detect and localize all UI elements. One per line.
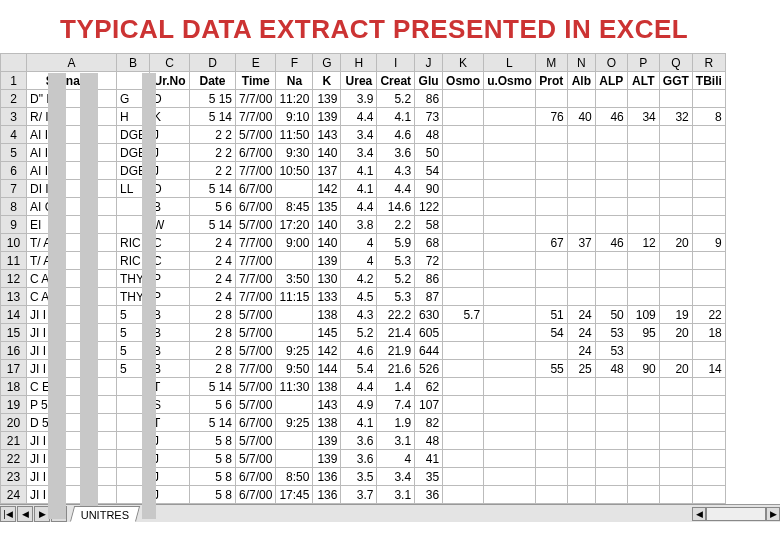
cell[interactable]: 8:45	[276, 198, 313, 216]
cell[interactable]	[595, 288, 627, 306]
cell[interactable]	[627, 90, 659, 108]
cell[interactable]	[567, 468, 595, 486]
cell[interactable]	[535, 90, 567, 108]
cell[interactable]	[595, 450, 627, 468]
cell[interactable]: 67	[535, 234, 567, 252]
cell[interactable]: 76	[535, 108, 567, 126]
cell[interactable]: 4.6	[341, 342, 377, 360]
cell[interactable]: 145	[313, 324, 341, 342]
row-header[interactable]: 2	[1, 90, 27, 108]
cell[interactable]: P 5	[27, 396, 117, 414]
cell[interactable]	[692, 126, 725, 144]
cell[interactable]: 9:30	[276, 144, 313, 162]
cell[interactable]: JI I	[27, 306, 117, 324]
cell[interactable]: GGT	[659, 72, 692, 90]
cell[interactable]: 18	[692, 324, 725, 342]
cell[interactable]: Glu	[415, 72, 443, 90]
cell[interactable]	[484, 270, 536, 288]
cell[interactable]: 1.9	[377, 414, 415, 432]
cell[interactable]: JI I	[27, 324, 117, 342]
cell[interactable]	[443, 198, 484, 216]
column-header[interactable]: C	[150, 54, 190, 72]
cell[interactable]: Creat	[377, 72, 415, 90]
cell[interactable]	[595, 270, 627, 288]
cell[interactable]: C E	[27, 378, 117, 396]
cell[interactable]: 136	[313, 486, 341, 504]
cell[interactable]	[659, 486, 692, 504]
cell[interactable]	[567, 90, 595, 108]
cell[interactable]	[659, 252, 692, 270]
cell[interactable]: 5/7/00	[236, 126, 276, 144]
row-header[interactable]: 15	[1, 324, 27, 342]
cell[interactable]: Osmo	[443, 72, 484, 90]
cell[interactable]	[659, 450, 692, 468]
cell[interactable]: 130	[313, 270, 341, 288]
row-header[interactable]: 6	[1, 162, 27, 180]
cell[interactable]: 46	[595, 234, 627, 252]
cell[interactable]: 133	[313, 288, 341, 306]
cell[interactable]: 3.4	[341, 126, 377, 144]
cell[interactable]: DI I	[27, 180, 117, 198]
cell[interactable]: 17:20	[276, 216, 313, 234]
cell[interactable]	[567, 180, 595, 198]
cell[interactable]: 137	[313, 162, 341, 180]
row-header[interactable]: 5	[1, 144, 27, 162]
cell[interactable]	[443, 108, 484, 126]
cell[interactable]	[627, 378, 659, 396]
sheet-tab[interactable]: UNITRES	[70, 506, 141, 522]
cell[interactable]: 8	[692, 108, 725, 126]
cell[interactable]: 5 14	[190, 180, 236, 198]
cell[interactable]	[595, 90, 627, 108]
cell[interactable]	[595, 486, 627, 504]
cell[interactable]: 5 14	[190, 378, 236, 396]
cell[interactable]: 140	[313, 234, 341, 252]
column-header[interactable]: I	[377, 54, 415, 72]
cell[interactable]	[567, 126, 595, 144]
cell[interactable]: 6/7/00	[236, 486, 276, 504]
scroll-right-icon[interactable]: ▶	[766, 507, 780, 521]
cell[interactable]	[484, 198, 536, 216]
cell[interactable]: 138	[313, 378, 341, 396]
cell[interactable]: 4.2	[341, 270, 377, 288]
cell[interactable]: 5.3	[377, 288, 415, 306]
cell[interactable]	[595, 252, 627, 270]
cell[interactable]: 139	[313, 450, 341, 468]
cell[interactable]: 9:00	[276, 234, 313, 252]
row-header[interactable]: 10	[1, 234, 27, 252]
cell[interactable]: 138	[313, 306, 341, 324]
cell[interactable]	[535, 288, 567, 306]
cell[interactable]: 2 2	[190, 126, 236, 144]
cell[interactable]: 605	[415, 324, 443, 342]
cell[interactable]: u.Osmo	[484, 72, 536, 90]
cell[interactable]	[535, 486, 567, 504]
cell[interactable]: 139	[313, 90, 341, 108]
cell[interactable]	[443, 90, 484, 108]
cell[interactable]: 24	[567, 342, 595, 360]
cell[interactable]	[659, 126, 692, 144]
cell[interactable]	[443, 360, 484, 378]
cell[interactable]: 3:50	[276, 270, 313, 288]
cell[interactable]	[484, 180, 536, 198]
column-header[interactable]: O	[595, 54, 627, 72]
cell[interactable]: AI I	[27, 144, 117, 162]
cell[interactable]	[443, 270, 484, 288]
cell[interactable]	[484, 324, 536, 342]
cell[interactable]: 19	[659, 306, 692, 324]
cell[interactable]	[443, 216, 484, 234]
cell[interactable]	[535, 450, 567, 468]
cell[interactable]	[692, 270, 725, 288]
cell[interactable]: 9:25	[276, 342, 313, 360]
cell[interactable]: AI I	[27, 126, 117, 144]
row-header[interactable]: 8	[1, 198, 27, 216]
cell[interactable]: 68	[415, 234, 443, 252]
cell[interactable]	[595, 216, 627, 234]
cell[interactable]: 2.2	[377, 216, 415, 234]
cell[interactable]: 3.6	[341, 432, 377, 450]
cell[interactable]: 41	[415, 450, 443, 468]
cell[interactable]	[627, 414, 659, 432]
cell[interactable]	[567, 198, 595, 216]
cell[interactable]: 9:50	[276, 360, 313, 378]
cell[interactable]: 7/7/00	[236, 90, 276, 108]
scroll-left-icon[interactable]: ◀	[692, 507, 706, 521]
cell[interactable]: 5/7/00	[236, 342, 276, 360]
